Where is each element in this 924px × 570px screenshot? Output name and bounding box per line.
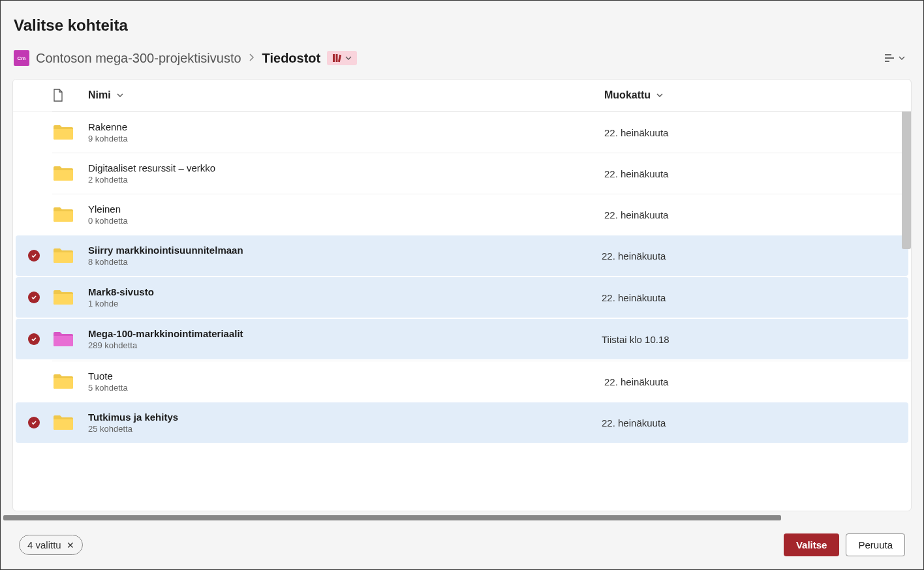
- file-list: Nimi Muokattu Rakenne 9 kohdetta 22. hei…: [12, 79, 912, 511]
- folder-icon: [52, 247, 74, 265]
- item-meta: 0 kohdetta: [88, 216, 128, 226]
- item-modified: 22. heinäkuuta: [602, 417, 908, 428]
- item-modified: 22. heinäkuuta: [604, 168, 911, 179]
- selected-check-icon[interactable]: [28, 333, 40, 345]
- file-list-row[interactable]: Siirry markkinointisuunnitelmaan 8 kohde…: [16, 235, 908, 276]
- file-list-row[interactable]: Yleinen 0 kohdetta 22. heinäkuuta: [52, 194, 911, 235]
- item-name: Yleinen: [88, 203, 121, 215]
- file-list-row[interactable]: Digitaaliset resurssit – verkko 2 kohdet…: [52, 153, 911, 194]
- file-list-row[interactable]: Tutkimus ja kehitys 25 kohdetta 22. hein…: [16, 402, 908, 443]
- library-icon: [332, 53, 343, 63]
- column-header-modified[interactable]: Muokattu: [604, 89, 911, 101]
- file-list-row[interactable]: Mark8-sivusto 1 kohde 22. heinäkuuta: [16, 277, 908, 318]
- folder-icon: [52, 330, 74, 348]
- library-dropdown[interactable]: [327, 51, 357, 65]
- file-list-row[interactable]: Tuote 5 kohdetta 22. heinäkuuta: [52, 361, 911, 402]
- item-name: Siirry markkinointisuunnitelmaan: [88, 245, 243, 256]
- breadcrumb: Cm Contoson mega-300-projektisivusto Tie…: [14, 50, 357, 66]
- item-modified: 22. heinäkuuta: [602, 250, 908, 262]
- item-meta: 2 kohdetta: [88, 175, 128, 185]
- item-name: Tutkimus ja kehitys: [88, 412, 178, 423]
- item-name: Digitaaliset resurssit – verkko: [88, 162, 215, 173]
- file-picker-dialog: Valitse kohteita Cm Contoson mega-300-pr…: [1, 1, 923, 569]
- folder-icon: [52, 413, 74, 432]
- dialog-title: Valitse kohteita: [14, 16, 910, 35]
- item-modified: 22. heinäkuuta: [602, 292, 908, 303]
- document-icon: [52, 89, 64, 102]
- item-meta: 8 kohdetta: [88, 257, 128, 267]
- site-icon: Cm: [14, 50, 29, 66]
- dialog-footer: 4 valittu ✕ Valitse Peruuta: [1, 520, 923, 569]
- chevron-down-icon: [116, 91, 124, 99]
- folder-icon: [52, 164, 74, 183]
- item-name: Mega-100-markkinointimateriaalit: [88, 328, 243, 339]
- chevron-right-icon: [248, 52, 256, 64]
- folder-icon: [52, 288, 74, 307]
- selected-check-icon[interactable]: [28, 250, 40, 262]
- clear-selection-icon[interactable]: ✕: [67, 540, 74, 550]
- item-name: Rakenne: [88, 121, 127, 132]
- footer-buttons: Valitse Peruuta: [784, 533, 905, 556]
- item-meta: 25 kohdetta: [88, 424, 132, 434]
- breadcrumb-current[interactable]: Tiedostot: [262, 51, 321, 66]
- horizontal-scrollbar[interactable]: [3, 515, 781, 520]
- item-meta: 5 kohdetta: [88, 383, 128, 393]
- chevron-down-icon: [656, 91, 664, 99]
- item-meta: 289 kohdetta: [88, 340, 137, 350]
- svg-rect-0: [333, 54, 335, 62]
- selection-count-text: 4 valittu: [27, 539, 61, 550]
- column-header-name[interactable]: Nimi: [88, 89, 604, 101]
- breadcrumb-site[interactable]: Contoson mega-300-projektisivusto: [36, 51, 241, 66]
- svg-rect-2: [338, 55, 341, 62]
- item-modified: 22. heinäkuuta: [604, 127, 911, 138]
- breadcrumb-row: Cm Contoson mega-300-projektisivusto Tie…: [1, 42, 923, 79]
- folder-icon: [52, 123, 74, 142]
- folder-icon: [52, 205, 74, 224]
- chevron-down-icon: [345, 55, 352, 61]
- item-meta: 1 kohde: [88, 299, 118, 308]
- dialog-header: Valitse kohteita: [1, 1, 923, 42]
- item-modified: Tiistai klo 10.18: [602, 334, 908, 345]
- selected-check-icon[interactable]: [28, 292, 40, 303]
- selection-count-pill[interactable]: 4 valittu ✕: [19, 535, 83, 555]
- table-header: Nimi Muokattu: [13, 80, 911, 112]
- file-list-row[interactable]: Rakenne 9 kohdetta 22. heinäkuuta: [52, 112, 911, 153]
- file-list-row[interactable]: Mega-100-markkinointimateriaalit 289 koh…: [16, 319, 908, 359]
- folder-icon: [52, 372, 74, 391]
- svg-rect-1: [336, 54, 338, 62]
- view-options-button[interactable]: [878, 48, 910, 68]
- selected-check-icon[interactable]: [28, 417, 40, 428]
- chevron-down-icon: [899, 55, 905, 61]
- cancel-button[interactable]: Peruuta: [846, 533, 905, 556]
- item-name: Mark8-sivusto: [88, 286, 154, 297]
- item-modified: 22. heinäkuuta: [604, 209, 911, 220]
- list-view-icon: [883, 52, 896, 65]
- item-name: Tuote: [88, 370, 113, 382]
- item-modified: 22. heinäkuuta: [604, 376, 911, 387]
- item-meta: 9 kohdetta: [88, 134, 128, 143]
- select-button[interactable]: Valitse: [784, 533, 840, 556]
